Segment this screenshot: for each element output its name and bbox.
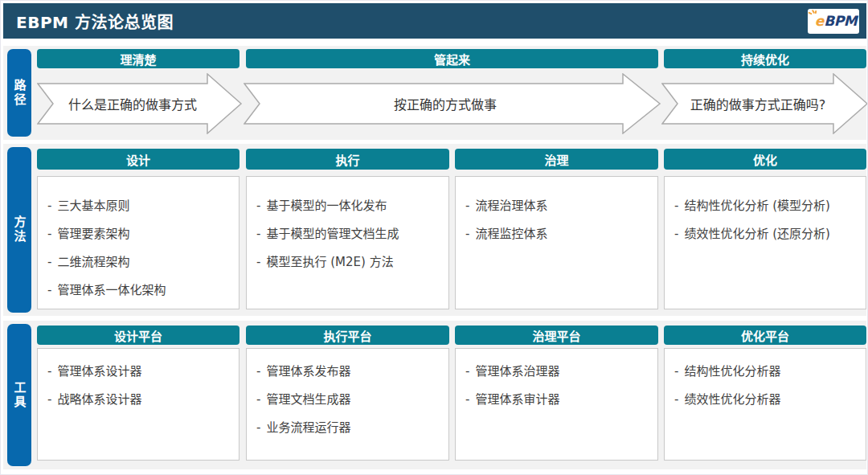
- row-label-path: 路径: [7, 49, 31, 137]
- list-item: -绩效性优化分析 (还原分析): [674, 220, 856, 248]
- list-item: -业务流程运行器: [256, 414, 439, 442]
- row-method: 方法 设计 执行 治理 优化 -三大基本原则 -管理要素架构 -二维流程架构 -…: [3, 144, 866, 316]
- row-path: 路径 理清楚 管起来 持续优化 什么是正确的做事方式 按正确的方式做事 正确的做…: [3, 46, 866, 140]
- list-item: -管理体系发布器: [256, 358, 439, 386]
- sun-rays-icon: [809, 10, 817, 18]
- list-item: -管理体系审计器: [465, 386, 648, 414]
- tools-card-design: -管理体系设计器 -战略体系设计器: [37, 348, 240, 461]
- page-title: EBPM 方法论总览图: [3, 10, 174, 33]
- row-label-method: 方法: [7, 147, 31, 313]
- column-header-execute-platform: 执行平台: [246, 326, 449, 345]
- column-header-design: 设计: [37, 149, 240, 170]
- list-item: -管理体系治理器: [465, 358, 648, 386]
- process-arrow-3: 正确的做事方式正确吗?: [661, 73, 868, 134]
- tools-card-optimize: -结构性优化分析器 -绩效性优化分析器: [664, 348, 866, 461]
- tools-card-execute: -管理体系发布器 -管理文档生成器 -业务流程运行器: [246, 348, 449, 461]
- ebpm-logo: eBPM: [808, 9, 859, 34]
- column-header-design-platform: 设计平台: [37, 326, 240, 345]
- list-item: -管理体系设计器: [47, 358, 229, 386]
- list-item: -管理体系一体化架构: [47, 276, 229, 305]
- arrow-text: 按正确的方式做事: [244, 73, 661, 134]
- process-arrow-1: 什么是正确的做事方式: [37, 73, 243, 134]
- stage-header-manage: 管起来: [246, 49, 658, 68]
- column-header-execute: 执行: [246, 149, 449, 170]
- list-item: -流程治理体系: [465, 192, 648, 220]
- method-card-govern: -流程治理体系 -流程监控体系: [455, 176, 658, 309]
- tools-card-govern: -管理体系治理器 -管理体系审计器: [455, 348, 658, 461]
- process-arrow-2: 按正确的方式做事: [244, 73, 661, 134]
- list-item: -结构性优化分析 (模型分析): [674, 192, 856, 220]
- list-item: -管理要素架构: [47, 220, 229, 248]
- list-item: -模型至执行 (M2E) 方法: [256, 248, 439, 276]
- method-card-optimize: -结构性优化分析 (模型分析) -绩效性优化分析 (还原分析): [664, 176, 866, 309]
- arrow-text: 正确的做事方式正确吗?: [661, 73, 868, 134]
- list-item: -基于模型的管理文档生成: [256, 220, 439, 248]
- row-label-tools: 工具: [7, 324, 31, 466]
- method-card-execute: -基于模型的一体化发布 -基于模型的管理文档生成 -模型至执行 (M2E) 方法: [246, 176, 449, 309]
- column-header-optimize-platform: 优化平台: [664, 326, 866, 345]
- list-item: -绩效性优化分析器: [674, 386, 856, 414]
- list-item: -管理文档生成器: [256, 386, 439, 414]
- list-item: -基于模型的一体化发布: [256, 192, 439, 220]
- ebpm-overview-slide: EBPM 方法论总览图 eBPM 路径 理清楚 管起来 持续优化 什么是正确的做…: [0, 0, 868, 475]
- logo-text-bpm: BPM: [824, 13, 857, 29]
- title-bar: EBPM 方法论总览图 eBPM: [3, 3, 866, 39]
- list-item: -战略体系设计器: [47, 386, 229, 414]
- column-header-optimize: 优化: [664, 149, 866, 170]
- list-item: -流程监控体系: [465, 220, 648, 248]
- list-item: -三大基本原则: [47, 192, 229, 220]
- arrow-text: 什么是正确的做事方式: [37, 73, 243, 134]
- stage-header-clarify: 理清楚: [37, 49, 240, 68]
- list-item: -结构性优化分析器: [674, 358, 856, 386]
- column-header-govern-platform: 治理平台: [455, 326, 658, 345]
- list-item: -二维流程架构: [47, 248, 229, 276]
- stage-header-optimize: 持续优化: [664, 49, 866, 68]
- method-card-design: -三大基本原则 -管理要素架构 -二维流程架构 -管理体系一体化架构: [37, 176, 240, 309]
- column-header-govern: 治理: [455, 149, 658, 170]
- row-tools: 工具 设计平台 执行平台 治理平台 优化平台 -管理体系设计器 -战略体系设计器…: [3, 321, 866, 469]
